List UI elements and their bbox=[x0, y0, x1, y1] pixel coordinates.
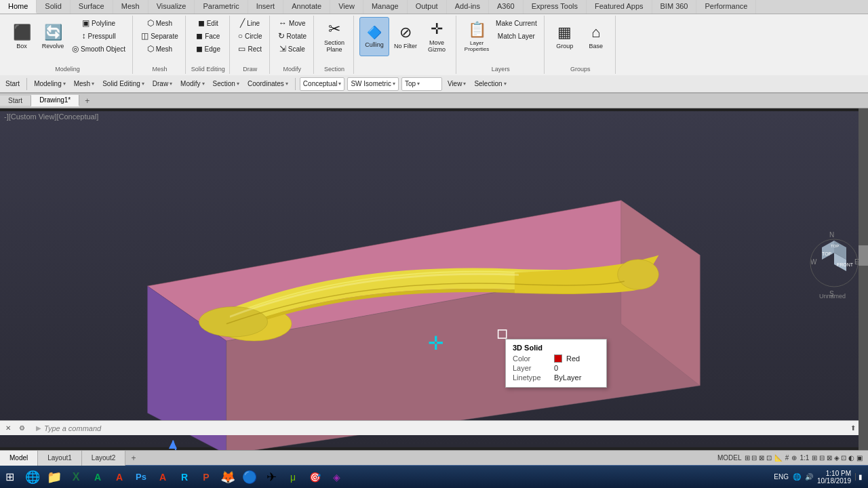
view-direction-dropdown[interactable]: SW Isometric ▾ bbox=[347, 77, 398, 91]
toolbar-section[interactable]: Section ▾ bbox=[210, 79, 242, 88]
chrome-icon: 🔵 bbox=[242, 470, 257, 485]
toolbar-mesh[interactable]: Mesh ▾ bbox=[71, 79, 97, 88]
taskbar-show-desktop[interactable]: ▮ bbox=[855, 473, 863, 481]
toolbar-coordinates[interactable]: Coordinates ▾ bbox=[245, 79, 291, 88]
move-gizmo-button[interactable]: ✛ Move Gizmo bbox=[422, 17, 452, 56]
presspull-button[interactable]: ↕ Presspull bbox=[79, 30, 119, 42]
tab-solid[interactable]: Solid bbox=[37, 0, 70, 14]
tab-output[interactable]: Output bbox=[408, 0, 447, 14]
solid-edit-btn3[interactable]: ◼ Edge bbox=[193, 43, 223, 55]
draw-btn3[interactable]: ▭ Rect bbox=[235, 43, 264, 55]
tab-annotate[interactable]: Annotate bbox=[283, 0, 330, 14]
box-button[interactable]: ⬛ Box bbox=[7, 17, 37, 56]
tab-manage[interactable]: Manage bbox=[363, 0, 408, 14]
no-filter-button[interactable]: ⊘ No Filter bbox=[391, 17, 420, 56]
taskbar-photoshop[interactable]: Ps bbox=[131, 468, 151, 487]
separate-button[interactable]: ◫ Separate bbox=[138, 30, 181, 42]
mesh-btn1[interactable]: ⬡ Mesh bbox=[144, 17, 175, 29]
taskbar-start-button[interactable]: ⊞ bbox=[0, 470, 20, 483]
taskbar-autocad-main[interactable]: A bbox=[153, 468, 173, 487]
taskbar-telegram[interactable]: ✈ bbox=[261, 468, 281, 487]
match-layer-button[interactable]: Match Layer bbox=[495, 30, 538, 42]
taskbar-autocad-red[interactable]: A bbox=[109, 468, 130, 487]
taskbar-greenshot[interactable]: 🎯 bbox=[304, 468, 325, 487]
status-bar: Model Layout1 Layout2 + MODEL ⊞ ⊟ ⊠ ⊡ 📐 … bbox=[0, 450, 868, 465]
toolbar-modeling[interactable]: Modeling ▾ bbox=[31, 79, 68, 88]
tab-featured[interactable]: Featured Apps bbox=[587, 0, 652, 14]
nav-cube[interactable]: W E N S FRONT TOP TOP bbox=[807, 227, 858, 298]
taskbar-excel[interactable]: X bbox=[66, 468, 86, 487]
taskbar-chrome[interactable]: 🔵 bbox=[239, 468, 260, 487]
toolbar-selection[interactable]: Selection ▾ bbox=[471, 79, 509, 88]
modify-btn3[interactable]: ⇲ Scale bbox=[277, 43, 308, 55]
taskbar-folder[interactable]: 📁 bbox=[44, 468, 64, 487]
taskbar-powerpoint[interactable]: P bbox=[196, 468, 216, 487]
mesh-btn3[interactable]: ⬡ Mesh bbox=[144, 43, 175, 55]
cmd-scroll[interactable]: ⬆ bbox=[850, 424, 856, 432]
tab-a360[interactable]: A360 bbox=[489, 0, 524, 14]
taskbar-firefox[interactable]: 🦊 bbox=[218, 468, 238, 487]
toolbar-modify[interactable]: Modify ▾ bbox=[178, 79, 207, 88]
tab-express[interactable]: Express Tools bbox=[524, 0, 587, 14]
command-line: ✕ ⚙ ▶ ⬆ bbox=[0, 420, 859, 435]
toolbar-draw[interactable]: Draw ▾ bbox=[150, 79, 175, 88]
taskbar-utorrent[interactable]: μ bbox=[283, 468, 303, 487]
layer-properties-button[interactable]: 📋 Layer Properties bbox=[462, 17, 492, 56]
smooth-object-button[interactable]: ◎ Smooth Object bbox=[69, 43, 128, 55]
draw-icon2: ○ bbox=[238, 31, 243, 41]
modeling-col: ▣ Polyline ↕ Presspull ◎ Smooth Object bbox=[69, 17, 128, 55]
solid-label3: Edge bbox=[205, 45, 220, 53]
revolve-button[interactable]: 🔄 Revolve bbox=[38, 17, 68, 56]
view-chevron: ▾ bbox=[463, 81, 466, 87]
group-button[interactable]: ▦ Group bbox=[550, 17, 580, 56]
tab-parametric[interactable]: Parametric bbox=[195, 0, 248, 14]
toolbar-view[interactable]: View ▾ bbox=[445, 79, 469, 88]
tab-surface[interactable]: Surface bbox=[71, 0, 113, 14]
draw-btn2[interactable]: ○ Circle bbox=[235, 30, 265, 42]
solid-edit-btn2[interactable]: ◼ Face bbox=[193, 30, 222, 42]
status-tab-model[interactable]: Model bbox=[0, 451, 38, 466]
grid-indicator[interactable]: # bbox=[785, 454, 789, 462]
status-tab-add[interactable]: + bbox=[125, 452, 141, 464]
draw-btn1[interactable]: ╱ Line bbox=[237, 17, 262, 29]
tab-drawing1[interactable]: Drawing1* bbox=[31, 95, 79, 106]
cmd-close-btn[interactable]: ✕ bbox=[3, 424, 14, 432]
solid-edit-btn1[interactable]: ◼ Edit bbox=[195, 17, 221, 29]
status-tab-layout1[interactable]: Layout1 bbox=[38, 451, 82, 466]
ps-icon: Ps bbox=[136, 472, 146, 482]
culling-button[interactable]: 🔷 Culling bbox=[359, 17, 389, 56]
taskbar-unknown[interactable]: ◈ bbox=[326, 468, 347, 487]
status-tab-layout2[interactable]: Layout2 bbox=[82, 451, 126, 466]
tab-mesh[interactable]: Mesh bbox=[113, 0, 149, 14]
modify-btn1[interactable]: ↔ Move bbox=[276, 17, 308, 29]
tab-add-button[interactable]: + bbox=[79, 95, 95, 107]
tab-visualize[interactable]: Visualize bbox=[149, 0, 195, 14]
modify-btn2[interactable]: ↻ Rotate bbox=[275, 30, 309, 42]
toolbar-start[interactable]: Start bbox=[3, 79, 22, 88]
taskbar-time[interactable]: 1:10 PM 10/18/2019 bbox=[817, 470, 851, 485]
tab-start[interactable]: Start bbox=[0, 96, 31, 106]
tab-insert[interactable]: Insert bbox=[248, 0, 284, 14]
cmd-settings-btn[interactable]: ⚙ bbox=[16, 424, 28, 432]
tab-addins[interactable]: Add-ins bbox=[447, 0, 489, 14]
ortho-indicator[interactable]: 📐 bbox=[774, 454, 783, 462]
taskbar-revit[interactable]: R bbox=[174, 468, 195, 487]
top-view-dropdown[interactable]: Top ▾ bbox=[401, 77, 442, 91]
make-current-button[interactable]: Make Current bbox=[493, 17, 540, 29]
toolbar-solid-editing[interactable]: Solid Editing ▾ bbox=[100, 79, 147, 88]
base-button[interactable]: ⌂ Base bbox=[581, 17, 611, 56]
toolbar-section-label: Section bbox=[213, 80, 235, 87]
view-style-dropdown[interactable]: Conceptual ▾ bbox=[300, 77, 345, 91]
tab-home[interactable]: Home bbox=[0, 0, 37, 14]
taskbar-autocad-green[interactable]: A bbox=[87, 468, 108, 487]
viewport[interactable]: ✛ -][Custom View][Conceptual] 3D Solid C… bbox=[0, 108, 868, 450]
toolbar-modify-label: Modify bbox=[180, 80, 200, 87]
tab-bim360[interactable]: BIM 360 bbox=[652, 0, 697, 14]
taskbar-ie[interactable]: 🌐 bbox=[22, 468, 43, 487]
command-input[interactable] bbox=[44, 424, 848, 432]
tab-view[interactable]: View bbox=[330, 0, 363, 14]
snap-indicator[interactable]: ⊕ bbox=[791, 454, 797, 462]
tab-performance[interactable]: Performance bbox=[696, 0, 756, 14]
polyline-button[interactable]: ▣ Polyline bbox=[79, 17, 118, 29]
section-plane-button[interactable]: ✂ SectionPlane bbox=[319, 17, 349, 56]
